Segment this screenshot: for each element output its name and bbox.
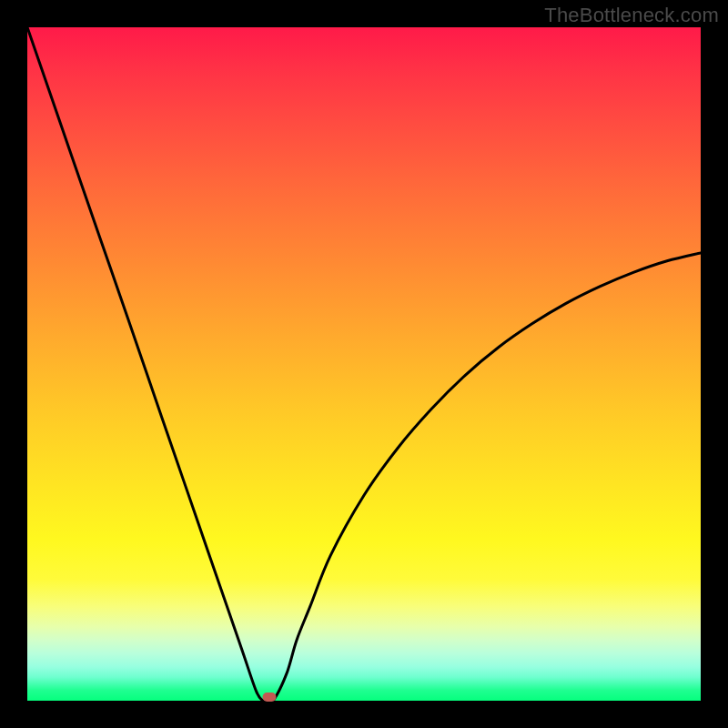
chart-marker bbox=[263, 693, 277, 702]
watermark-text: TheBottleneck.com bbox=[544, 4, 719, 27]
chart-curve-svg bbox=[27, 27, 701, 701]
chart-curve-path bbox=[27, 27, 701, 701]
chart-frame bbox=[27, 27, 701, 701]
